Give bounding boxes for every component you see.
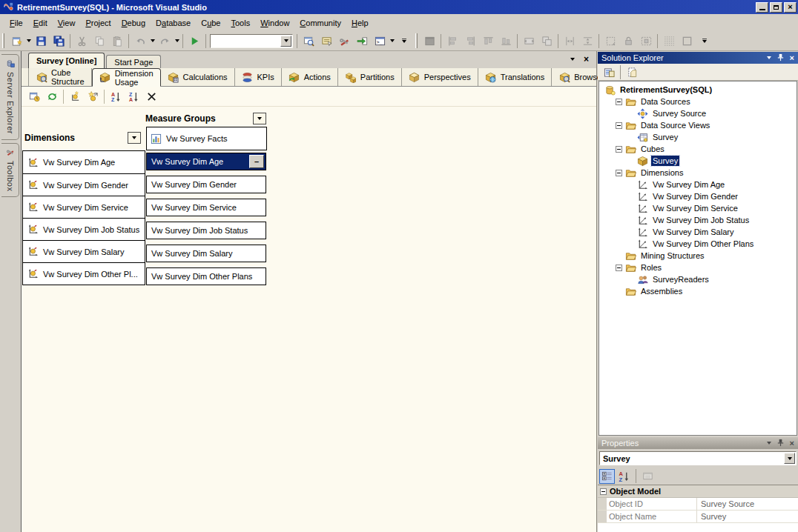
window-position-dropdown-icon[interactable] (767, 56, 771, 59)
toolbar-grip[interactable] (415, 33, 418, 48)
delete-button[interactable] (142, 88, 160, 105)
dimension-row-vw-survey-dim-age[interactable]: Vw Survey Dim Age (23, 151, 145, 173)
tab-actions[interactable]: Actions (282, 68, 338, 86)
sort-ascending-button[interactable]: AZ (107, 88, 125, 105)
minimize-button[interactable] (756, 2, 768, 13)
tab-kpis[interactable]: KPIs (235, 68, 282, 86)
properties-titlebar[interactable]: Properties × (598, 437, 798, 449)
tab-dimension-usage[interactable]: Dimension Usage (92, 68, 161, 87)
tree-item-vw-survey-dim-other-plans[interactable]: Vw Survey Dim Other Plans (599, 238, 797, 250)
tab-partitions[interactable]: Partitions (338, 68, 402, 86)
tree-item-survey-source[interactable]: Survey Source (599, 107, 797, 119)
menu-debug[interactable]: Debug (116, 16, 151, 30)
chevron-down-icon[interactable] (25, 33, 32, 50)
add-cube-dimension-button[interactable]: t (84, 88, 102, 105)
tree-item-cubes[interactable]: Cubes (599, 143, 797, 155)
document-list-dropdown-icon[interactable] (570, 58, 575, 61)
tree-item-survey[interactable]: Survey (599, 155, 797, 167)
relationship-cell-vw-survey-dim-age[interactable]: Vw Survey Dim Age– (146, 153, 266, 170)
chevron-down-icon[interactable] (280, 36, 291, 47)
tree-item-assemblies[interactable]: Assemblies (599, 285, 797, 297)
tab-calculations[interactable]: Calculations (161, 68, 235, 86)
tab-cube-structure[interactable]: Cube Structure (28, 68, 92, 86)
edit-relationship-button[interactable]: – (249, 155, 264, 168)
menu-project[interactable]: Project (80, 16, 116, 30)
tree-expander-minus-icon[interactable] (616, 99, 622, 105)
close-panel-icon[interactable]: × (790, 439, 794, 448)
dock-tab-server-explorer[interactable]: Server Explorer (1, 54, 19, 140)
tree-item-data-source-views[interactable]: Data Source Views (599, 119, 797, 131)
menu-help[interactable]: Help (346, 16, 374, 30)
property-value[interactable]: Survey (697, 511, 798, 522)
tree-item-survey[interactable]: Survey (599, 131, 797, 143)
new-dimension-button[interactable] (66, 88, 84, 105)
tree-expander-minus-icon[interactable] (616, 170, 622, 176)
tree-item-mining-structures[interactable]: Mining Structures (599, 250, 797, 262)
alphabetical-button[interactable]: AZ (616, 469, 632, 484)
property-category-row[interactable]: Object Model (598, 485, 798, 498)
menu-edit[interactable]: Edit (28, 16, 53, 30)
document-tab-start-page[interactable]: Start Page (106, 55, 161, 68)
measure-groups-dropdown-button[interactable] (253, 113, 266, 124)
window-position-dropdown-icon[interactable] (767, 442, 771, 445)
collapse-category-icon[interactable] (600, 488, 607, 495)
solution-explorer-titlebar[interactable]: Solution Explorer × (598, 52, 798, 64)
dimension-row-vw-survey-dim-service[interactable]: Vw Survey Dim Service (23, 196, 145, 218)
close-panel-icon[interactable]: × (790, 54, 794, 62)
tab-translations[interactable]: Translations (478, 68, 553, 86)
toolbar-combo[interactable] (210, 34, 293, 48)
auto-hide-pin-icon[interactable] (776, 53, 785, 63)
dimension-row-vw-survey-dim-salary[interactable]: Vw Survey Dim Salary (23, 240, 145, 262)
relationship-cell-vw-survey-dim-job-status[interactable]: Vw Survey Dim Job Status (146, 222, 266, 239)
save-all-button[interactable] (50, 33, 67, 50)
menu-tools[interactable]: Tools (226, 16, 256, 30)
relationship-cell-vw-survey-dim-other-plans[interactable]: Vw Survey Dim Other Plans (146, 267, 266, 285)
chevron-down-icon[interactable] (784, 453, 795, 464)
property-value[interactable]: Survey Source (697, 498, 798, 510)
menu-cube[interactable]: Cube (196, 16, 225, 30)
relationship-cell-vw-survey-dim-service[interactable]: Vw Survey Dim Service (146, 199, 266, 216)
tree-item-roles[interactable]: Roles (599, 262, 797, 273)
properties-button[interactable] (600, 64, 618, 81)
tree-expander-minus-icon[interactable] (616, 265, 622, 271)
toolbox-button[interactable] (335, 33, 353, 50)
tab-perspectives[interactable]: Perspectives (402, 68, 478, 86)
dimension-row-vw-survey-dim-job-status[interactable]: Vw Survey Dim Job Status (23, 218, 145, 240)
menu-community[interactable]: Community (294, 16, 346, 30)
properties-object-selector[interactable]: Survey (599, 451, 797, 465)
dimension-row-vw-survey-dim-gender[interactable]: Vw Survey Dim Gender (23, 173, 145, 196)
dock-tab-toolbox[interactable]: Toolbox (1, 143, 19, 197)
process-button[interactable] (25, 88, 43, 105)
reconnect-button[interactable] (43, 88, 61, 105)
menu-window[interactable]: Window (255, 16, 294, 30)
show-all-files-button[interactable] (623, 64, 641, 81)
categorized-button[interactable] (599, 469, 615, 484)
tree-item-vw-survey-dim-service[interactable]: Vw Survey Dim Service (599, 202, 797, 214)
toolbar-grip[interactable] (2, 33, 4, 48)
tree-expander-minus-icon[interactable] (616, 122, 622, 129)
close-button[interactable]: × (784, 2, 797, 13)
tree-expander-minus-icon[interactable] (616, 146, 622, 153)
tree-item-dimensions[interactable]: Dimensions (599, 167, 797, 179)
document-tab-survey-online[interactable]: Survey [Online] (28, 53, 105, 68)
measure-group-column-header[interactable]: Vw Survey Facts (146, 127, 267, 150)
close-document-icon[interactable]: × (584, 55, 589, 64)
tree-item-surveyreaders[interactable]: SurveyReaders (599, 273, 797, 285)
tree-item-vw-survey-dim-salary[interactable]: Vw Survey Dim Salary (599, 226, 797, 238)
relationship-cell-vw-survey-dim-salary[interactable]: Vw Survey Dim Salary (146, 245, 266, 262)
tree-item-retirementsurvey-sql[interactable]: RetirementSurvey(SQL) (599, 84, 797, 96)
tree-item-vw-survey-dim-age[interactable]: Vw Survey Dim Age (599, 179, 797, 190)
properties-window-button[interactable] (317, 33, 335, 50)
dimensions-dropdown-button[interactable] (128, 132, 141, 144)
tree-item-vw-survey-dim-job-status[interactable]: Vw Survey Dim Job Status (599, 214, 797, 226)
new-item-button[interactable] (7, 33, 25, 50)
start-page-button[interactable] (353, 33, 371, 50)
sort-descending-button[interactable]: ZA (125, 88, 142, 105)
command-window-button[interactable]: >_ (371, 33, 389, 50)
window-titlebar[interactable]: RetirementSurvey(SQL) - Microsoft Visual… (0, 0, 798, 14)
restore-button[interactable] (770, 2, 782, 13)
solution-explorer-button[interactable] (300, 33, 317, 50)
toolbar-overflow-button[interactable] (395, 33, 413, 50)
relationship-cell-vw-survey-dim-gender[interactable]: Vw Survey Dim Gender (146, 176, 266, 193)
dimension-row-vw-survey-dim-other-plans[interactable]: Vw Survey Dim Other Pl... (23, 262, 145, 285)
